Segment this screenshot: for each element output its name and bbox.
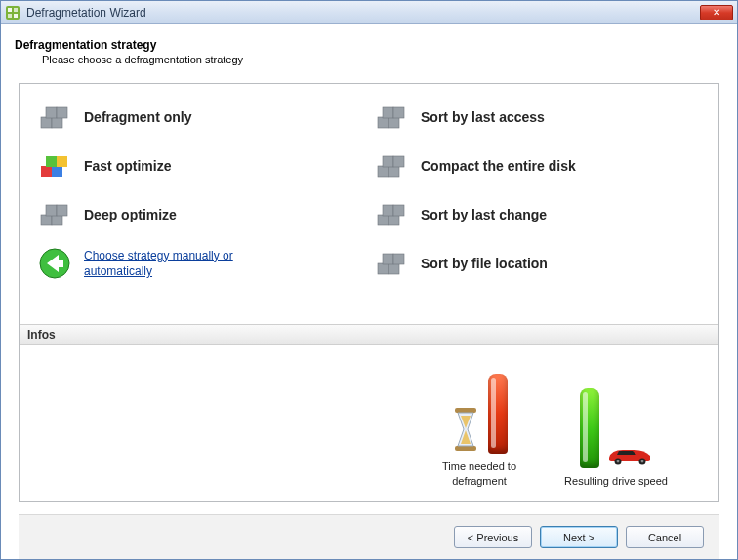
svg-rect-33 bbox=[393, 254, 404, 264]
svg-rect-7 bbox=[46, 107, 57, 118]
svg-rect-5 bbox=[41, 117, 52, 128]
svg-rect-8 bbox=[57, 107, 67, 118]
close-button[interactable]: ✕ bbox=[700, 5, 733, 20]
back-arrow-icon bbox=[37, 246, 72, 281]
option-label: Deep optimize bbox=[84, 207, 177, 222]
svg-rect-31 bbox=[389, 263, 399, 274]
option-sort-last-change[interactable]: Sort by last change bbox=[374, 193, 701, 236]
blocks-icon bbox=[374, 100, 409, 135]
svg-rect-28 bbox=[383, 205, 393, 216]
hourglass-icon bbox=[451, 408, 480, 454]
bar-red-icon bbox=[488, 374, 508, 454]
next-button[interactable]: Next > bbox=[540, 526, 618, 548]
svg-rect-22 bbox=[378, 166, 389, 177]
svg-rect-19 bbox=[389, 117, 399, 128]
svg-rect-30 bbox=[378, 263, 389, 274]
svg-rect-11 bbox=[46, 156, 57, 167]
option-fast-optimize[interactable]: Fast optimize bbox=[37, 144, 364, 187]
wizard-window: Defragmetation Wizard ✕ Defragmentation … bbox=[0, 0, 738, 560]
info-speed-visual bbox=[580, 380, 652, 468]
option-compact-disk[interactable]: Compact the entire disk bbox=[374, 144, 701, 187]
svg-rect-24 bbox=[383, 156, 393, 167]
wizard-header: Defragmentation strategy Please choose a… bbox=[1, 24, 737, 73]
option-link-label: Choose strategy manually or automaticall… bbox=[84, 248, 279, 279]
svg-rect-3 bbox=[8, 14, 12, 18]
main-panel: Defragment only Fast optimize bbox=[19, 83, 719, 502]
blocks-icon bbox=[374, 148, 409, 183]
blocks-icon bbox=[37, 100, 72, 135]
window-title: Defragmetation Wizard bbox=[26, 6, 700, 20]
option-defragment-only[interactable]: Defragment only bbox=[37, 96, 364, 139]
svg-rect-14 bbox=[52, 215, 62, 225]
app-icon bbox=[5, 5, 20, 20]
svg-rect-13 bbox=[41, 215, 52, 225]
page-title: Defragmentation strategy bbox=[15, 38, 723, 52]
wizard-footer: < Previous Next > Cancel bbox=[19, 514, 719, 559]
titlebar: Defragmetation Wizard ✕ bbox=[1, 1, 737, 24]
info-speed: Resulting drive speed bbox=[562, 380, 670, 488]
svg-rect-18 bbox=[378, 117, 389, 128]
blocks-color-icon bbox=[37, 148, 72, 183]
option-label: Sort by last change bbox=[421, 207, 547, 222]
svg-rect-35 bbox=[455, 446, 476, 451]
option-choose-manually[interactable]: Choose strategy manually or automaticall… bbox=[37, 242, 364, 285]
option-deep-optimize[interactable]: Deep optimize bbox=[37, 193, 364, 236]
svg-rect-9 bbox=[41, 166, 52, 177]
bar-green-icon bbox=[580, 388, 599, 468]
blocks-icon bbox=[374, 197, 409, 232]
svg-rect-29 bbox=[393, 205, 404, 216]
option-label: Sort by file location bbox=[421, 256, 548, 271]
svg-rect-27 bbox=[389, 215, 399, 225]
blocks-icon bbox=[374, 246, 409, 281]
option-label: Sort by last access bbox=[421, 109, 545, 125]
svg-rect-23 bbox=[389, 166, 399, 177]
svg-rect-20 bbox=[383, 107, 393, 118]
option-label: Fast optimize bbox=[84, 158, 171, 174]
info-time: Time needed to defragment bbox=[426, 366, 533, 488]
option-sort-last-access[interactable]: Sort by last access bbox=[374, 96, 701, 139]
svg-rect-34 bbox=[455, 408, 476, 413]
infos-body: Time needed to defragment bbox=[20, 345, 718, 501]
previous-button[interactable]: < Previous bbox=[454, 526, 532, 548]
page-subtitle: Please choose a defragmentation strategy bbox=[42, 54, 723, 65]
option-sort-file-location[interactable]: Sort by file location bbox=[374, 242, 701, 285]
option-label: Compact the entire disk bbox=[421, 158, 576, 174]
cancel-button[interactable]: Cancel bbox=[626, 526, 704, 548]
svg-rect-21 bbox=[393, 107, 404, 118]
svg-rect-2 bbox=[14, 8, 18, 12]
svg-rect-15 bbox=[46, 205, 57, 216]
info-speed-label: Resulting drive speed bbox=[564, 474, 668, 488]
blocks-icon bbox=[37, 197, 72, 232]
wizard-body: Defragment only Fast optimize bbox=[1, 73, 737, 559]
car-icon bbox=[607, 444, 652, 468]
svg-rect-26 bbox=[378, 215, 389, 225]
svg-rect-32 bbox=[383, 254, 393, 264]
svg-rect-6 bbox=[52, 117, 62, 128]
info-time-label: Time needed to defragment bbox=[426, 460, 533, 488]
info-time-visual bbox=[451, 366, 508, 454]
option-label: Defragment only bbox=[84, 109, 191, 125]
svg-rect-4 bbox=[14, 14, 18, 18]
svg-rect-1 bbox=[8, 8, 12, 12]
svg-point-39 bbox=[641, 460, 644, 462]
svg-rect-10 bbox=[52, 166, 62, 177]
svg-rect-16 bbox=[57, 205, 67, 216]
svg-point-37 bbox=[617, 460, 620, 462]
svg-rect-12 bbox=[57, 156, 67, 167]
strategy-options: Defragment only Fast optimize bbox=[20, 84, 718, 324]
infos-heading: Infos bbox=[20, 324, 718, 345]
svg-rect-25 bbox=[393, 156, 404, 167]
